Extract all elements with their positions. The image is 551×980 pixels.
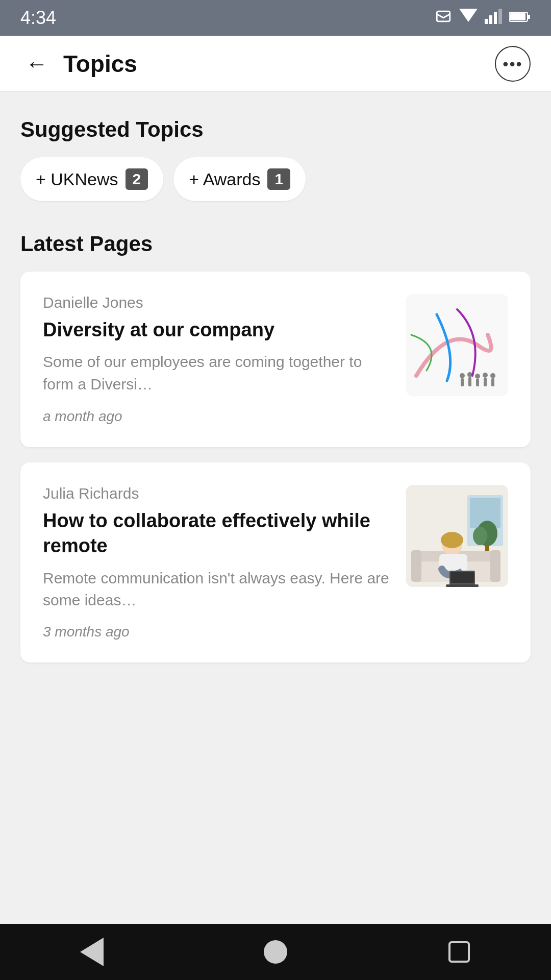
svg-rect-15 bbox=[476, 379, 479, 386]
page-title: Topics bbox=[63, 50, 495, 78]
wifi-icon bbox=[459, 9, 478, 28]
page-card-collaborate-text: Julia Richards How to collaborate effect… bbox=[43, 485, 391, 611]
latest-pages-title: Latest Pages bbox=[20, 232, 531, 256]
svg-rect-35 bbox=[446, 584, 479, 587]
back-button[interactable] bbox=[71, 932, 112, 972]
svg-point-10 bbox=[460, 373, 465, 378]
page-card-diversity-timestamp: a month ago bbox=[43, 408, 508, 425]
page-card-diversity-author: Danielle Jones bbox=[43, 294, 391, 311]
svg-rect-4 bbox=[494, 12, 497, 24]
battery-icon bbox=[509, 10, 531, 26]
svg-marker-1 bbox=[459, 9, 478, 22]
page-card-diversity[interactable]: Danielle Jones Diversity at our company … bbox=[20, 272, 531, 447]
svg-point-18 bbox=[490, 373, 495, 378]
page-card-diversity-title: Diversity at our company bbox=[43, 317, 391, 342]
topic-chip-uknews-label: + UKNews bbox=[36, 169, 118, 189]
page-card-collaborate-thumbnail bbox=[406, 485, 508, 587]
svg-point-12 bbox=[467, 372, 472, 377]
back-arrow-icon: ← bbox=[26, 51, 48, 77]
recents-square-icon bbox=[448, 941, 470, 963]
back-button[interactable]: ← bbox=[20, 46, 53, 82]
svg-rect-0 bbox=[437, 11, 450, 21]
back-triangle-icon bbox=[80, 938, 104, 966]
page-card-diversity-inner: Danielle Jones Diversity at our company … bbox=[43, 294, 508, 396]
topic-chip-awards[interactable]: + Awards 1 bbox=[173, 157, 306, 201]
more-options-button[interactable]: ••• bbox=[495, 46, 531, 82]
topic-chips-container: + UKNews 2 + Awards 1 bbox=[20, 157, 531, 201]
page-card-diversity-text: Danielle Jones Diversity at our company … bbox=[43, 294, 391, 395]
svg-rect-13 bbox=[468, 377, 471, 386]
page-card-collaborate-excerpt: Remote communication isn't always easy. … bbox=[43, 567, 391, 611]
svg-rect-7 bbox=[528, 15, 530, 19]
home-button[interactable] bbox=[255, 932, 296, 972]
more-dots-icon: ••• bbox=[503, 56, 523, 72]
bottom-nav bbox=[0, 924, 551, 980]
latest-pages-section: Latest Pages Danielle Jones Diversity at… bbox=[20, 232, 531, 663]
topic-chip-awards-badge: 1 bbox=[267, 168, 290, 190]
topic-chip-uknews[interactable]: + UKNews 2 bbox=[20, 157, 163, 201]
svg-rect-29 bbox=[490, 550, 500, 582]
suggested-topics-title: Suggested Topics bbox=[20, 117, 531, 142]
svg-rect-11 bbox=[461, 378, 464, 386]
topic-chip-uknews-badge: 2 bbox=[126, 168, 148, 190]
notification-icon bbox=[435, 8, 452, 29]
page-card-collaborate-author: Julia Richards bbox=[43, 485, 391, 502]
svg-rect-2 bbox=[485, 19, 488, 24]
page-card-diversity-thumbnail bbox=[406, 294, 508, 396]
page-card-collaborate-title: How to collaborate effectively while rem… bbox=[43, 508, 391, 559]
recents-button[interactable] bbox=[439, 932, 480, 972]
page-card-collaborate[interactable]: Julia Richards How to collaborate effect… bbox=[20, 462, 531, 663]
page-card-collaborate-inner: Julia Richards How to collaborate effect… bbox=[43, 485, 508, 611]
nav-bar: ← Topics ••• bbox=[0, 36, 551, 92]
svg-rect-3 bbox=[489, 15, 492, 24]
svg-rect-8 bbox=[510, 13, 525, 20]
svg-rect-34 bbox=[450, 572, 474, 583]
svg-rect-19 bbox=[491, 378, 494, 386]
page-card-collaborate-timestamp: 3 months ago bbox=[43, 624, 508, 640]
home-circle-icon bbox=[264, 940, 287, 964]
svg-rect-28 bbox=[411, 550, 421, 582]
main-content: Suggested Topics + UKNews 2 + Awards 1 L… bbox=[0, 92, 551, 924]
signal-icon bbox=[485, 9, 502, 28]
svg-rect-17 bbox=[484, 378, 487, 386]
svg-point-14 bbox=[475, 374, 480, 379]
topic-chip-awards-label: + Awards bbox=[189, 169, 260, 189]
svg-point-25 bbox=[473, 527, 487, 545]
status-time: 4:34 bbox=[20, 7, 56, 29]
status-icons bbox=[435, 8, 531, 29]
svg-point-31 bbox=[441, 532, 463, 548]
svg-point-16 bbox=[483, 373, 488, 378]
page-card-diversity-excerpt: Some of our employees are coming togethe… bbox=[43, 351, 391, 395]
status-bar: 4:34 bbox=[0, 0, 551, 36]
svg-rect-5 bbox=[498, 9, 502, 24]
suggested-topics-section: Suggested Topics + UKNews 2 + Awards 1 bbox=[20, 117, 531, 201]
